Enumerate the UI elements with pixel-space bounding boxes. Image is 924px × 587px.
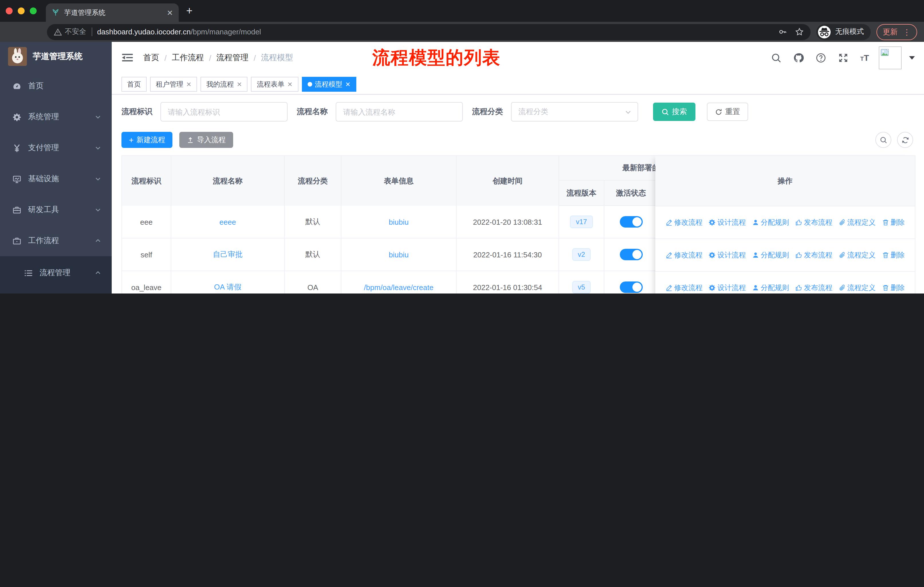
sidebar-item-4[interactable]: 研发工具 — [0, 194, 112, 225]
browser-menu-icon[interactable]: ⋮ — [903, 27, 911, 36]
sidebar-item-3[interactable]: 基础设施 — [0, 164, 112, 194]
action-link-5[interactable]: 删除 — [882, 218, 905, 227]
action-link-2[interactable]: 分配规则 — [752, 250, 789, 260]
search-icon[interactable] — [771, 53, 781, 63]
address-bar[interactable]: 不安全 dashboard.yudao.iocoder.cn/bpm/manag… — [47, 24, 810, 40]
key-icon[interactable] — [779, 28, 787, 36]
action-link-0[interactable]: 修改流程 — [665, 283, 702, 293]
refresh-table-button[interactable] — [897, 132, 913, 148]
help-icon[interactable] — [815, 53, 826, 63]
chevron-up-icon — [94, 237, 101, 244]
action-link-4[interactable]: 流程定义 — [839, 218, 876, 227]
breadcrumb-item[interactable]: 工作流程 — [172, 53, 204, 63]
action-label: 删除 — [891, 218, 905, 227]
yen-icon — [13, 144, 21, 152]
sidebar-item-1[interactable]: 系统管理 — [0, 101, 112, 132]
incognito-label: 无痕模式 — [835, 27, 864, 37]
action-link-3[interactable]: 发布流程 — [795, 218, 832, 227]
action-link-1[interactable]: 设计流程 — [709, 218, 746, 227]
process-name-link[interactable]: eeee — [219, 218, 236, 226]
sidebar-collapse-icon[interactable] — [122, 52, 133, 63]
gear-icon — [13, 112, 21, 121]
breadcrumb-item[interactable]: 流程管理 — [216, 53, 249, 63]
close-icon[interactable]: ✕ — [287, 81, 292, 88]
user-icon — [752, 284, 759, 291]
browser-update-button[interactable]: 更新 ⋮ — [876, 24, 917, 40]
action-link-5[interactable]: 删除 — [882, 250, 905, 260]
sidebar-item-5[interactable]: 工作流程 — [0, 225, 112, 256]
action-link-3[interactable]: 发布流程 — [795, 283, 832, 293]
breadcrumb-item[interactable]: 首页 — [143, 53, 159, 63]
process-name-link[interactable]: OA 请假 — [214, 282, 241, 293]
action-label: 修改流程 — [674, 283, 702, 293]
list-icon — [24, 269, 33, 277]
close-icon[interactable]: ✕ — [237, 81, 242, 88]
tab-tag-2[interactable]: 我的流程✕ — [201, 77, 248, 92]
process-id-input[interactable] — [160, 102, 287, 122]
process-name-link[interactable]: 自己审批 — [213, 250, 243, 260]
sidebar-item-6[interactable]: 流程管理 — [0, 258, 112, 287]
close-icon[interactable]: ✕ — [345, 81, 350, 88]
action-link-1[interactable]: 设计流程 — [709, 250, 746, 260]
action-link-0[interactable]: 修改流程 — [665, 218, 702, 227]
tab-tag-3[interactable]: 流程表单✕ — [251, 77, 298, 92]
tab-tag-4[interactable]: 流程模型✕ — [302, 77, 356, 92]
process-id: self — [140, 250, 152, 259]
close-icon[interactable]: ✕ — [186, 81, 191, 88]
create-process-button[interactable]: + 新建流程 — [121, 132, 172, 148]
table-cell — [604, 271, 658, 293]
action-label: 删除 — [891, 283, 905, 293]
sidebar-item-7[interactable]: 流程表单 — [0, 287, 112, 293]
form-info-link[interactable]: /bpm/oa/leave/create — [364, 283, 434, 291]
chevron-down-icon — [94, 114, 101, 121]
maximize-window-button[interactable] — [30, 7, 37, 14]
tab-tag-1[interactable]: 租户管理✕ — [150, 77, 197, 92]
form-info-link[interactable]: biubiu — [389, 218, 408, 226]
action-link-0[interactable]: 修改流程 — [665, 250, 702, 260]
search-button[interactable]: 搜索 — [653, 103, 695, 121]
user-icon — [752, 251, 759, 258]
action-link-2[interactable]: 分配规则 — [752, 218, 789, 227]
process-name-input[interactable] — [336, 102, 463, 122]
url-text[interactable]: dashboard.yudao.iocoder.cn/bpm/manager/m… — [97, 28, 779, 36]
font-size-icon[interactable]: TT — [860, 53, 869, 62]
action-link-4[interactable]: 流程定义 — [839, 283, 876, 293]
fullscreen-icon[interactable] — [838, 53, 848, 63]
tab-tag-0[interactable]: 首页 — [121, 77, 147, 92]
created-time: 2022-01-16 01:30:54 — [473, 283, 542, 291]
reset-button[interactable]: 重置 — [707, 103, 748, 121]
import-process-button[interactable]: 导入流程 — [179, 132, 233, 148]
chevron-down-icon — [94, 175, 101, 182]
action-label: 发布流程 — [804, 250, 832, 260]
table-cell: 2022-01-16 01:30:54 — [457, 271, 559, 293]
sidebar-item-label: 系统管理 — [28, 112, 59, 122]
minimize-window-button[interactable] — [18, 7, 25, 14]
action-link-2[interactable]: 分配规则 — [752, 283, 789, 293]
active-toggle[interactable] — [620, 281, 642, 293]
security-label[interactable]: 不安全 — [65, 27, 86, 37]
close-window-button[interactable] — [6, 7, 13, 14]
bookmark-star-icon[interactable] — [795, 28, 804, 36]
tab-close-icon[interactable]: ✕ — [167, 8, 173, 17]
app-logo[interactable]: 芋道管理系统 — [0, 42, 112, 71]
column-header: 流程版本 — [559, 180, 604, 206]
sidebar-item-0[interactable]: 首页 — [0, 71, 112, 101]
avatar[interactable] — [879, 46, 902, 69]
action-link-3[interactable]: 发布流程 — [795, 250, 832, 260]
process-category: 默认 — [305, 250, 320, 260]
browser-tab[interactable]: 芋道管理系统 ✕ — [46, 3, 179, 22]
action-link-4[interactable]: 流程定义 — [839, 250, 876, 260]
sidebar-item-2[interactable]: 支付管理 — [0, 132, 112, 164]
process-category: 默认 — [305, 217, 320, 227]
github-icon[interactable] — [793, 53, 804, 63]
chevron-down-icon[interactable] — [909, 56, 915, 60]
action-link-1[interactable]: 设计流程 — [709, 283, 746, 293]
process-category-select[interactable]: 流程分类 — [511, 102, 638, 122]
action-label: 发布流程 — [804, 283, 832, 293]
new-tab-button[interactable]: + — [186, 5, 193, 17]
active-toggle[interactable] — [620, 216, 642, 228]
form-info-link[interactable]: biubiu — [389, 250, 408, 259]
toggle-search-button[interactable] — [875, 132, 891, 148]
action-link-5[interactable]: 删除 — [882, 283, 905, 293]
active-toggle[interactable] — [620, 249, 642, 260]
